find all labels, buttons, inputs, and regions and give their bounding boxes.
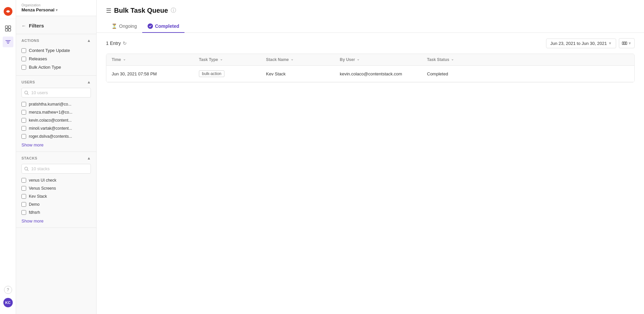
svg-rect-4	[8, 29, 11, 31]
columns-button[interactable]: ▼	[619, 38, 635, 48]
org-dropdown-icon[interactable]: ▾	[56, 8, 58, 12]
releases-row: Releases	[21, 55, 91, 63]
svg-line-11	[28, 170, 29, 171]
td-time-value: Jun 30, 2021 07:58 PM	[112, 71, 157, 76]
actions-section-toggle[interactable]: ▲	[87, 38, 91, 43]
th-by-user-sort-icon	[356, 58, 360, 62]
users-search-icon	[24, 90, 29, 95]
svg-rect-13	[624, 42, 625, 45]
task-type-badge: bulk-action	[199, 70, 224, 77]
tab-completed[interactable]: Completed	[142, 20, 184, 33]
grid-nav-icon[interactable]	[3, 23, 13, 34]
th-task-status[interactable]: Task Status	[422, 54, 482, 65]
td-task-type: bulk-action	[194, 66, 261, 82]
stack4-label: Demo	[29, 202, 40, 207]
content-type-update-checkbox[interactable]	[21, 48, 26, 53]
stack3-row: Kev Stack	[21, 192, 91, 200]
users-show-more[interactable]: Show more	[21, 142, 44, 147]
stack3-label: Kev Stack	[29, 194, 47, 199]
svg-rect-1	[5, 26, 8, 28]
date-range-button[interactable]: Jun 23, 2021 to Jun 30, 2021 ▼	[546, 39, 616, 48]
stacks-search-input[interactable]	[21, 164, 91, 174]
user5-label: roger.dsilva@contents...	[29, 134, 72, 139]
stack1-checkbox[interactable]	[21, 178, 26, 183]
page-title: Bulk Task Queue	[114, 7, 168, 14]
stack2-checkbox[interactable]	[21, 186, 26, 191]
svg-rect-12	[622, 42, 624, 45]
users-section-toggle[interactable]: ▲	[87, 80, 91, 84]
tab-completed-label: Completed	[155, 23, 179, 29]
stacks-show-more[interactable]: Show more	[21, 218, 44, 224]
user-avatar[interactable]: KC	[3, 298, 13, 307]
user1-row: pratishtha.kumari@co...	[21, 100, 91, 108]
svg-rect-3	[5, 29, 8, 31]
sidebar-title: Filters	[29, 23, 44, 28]
user1-label: pratishtha.kumari@co...	[29, 102, 71, 107]
stack5-label: fdhsrh	[29, 210, 40, 215]
org-label: Organization	[21, 3, 91, 7]
user2-checkbox[interactable]	[21, 110, 26, 115]
date-range-chevron-icon: ▼	[608, 41, 612, 45]
th-task-type-label: Task Type	[199, 57, 218, 62]
stack4-checkbox[interactable]	[21, 202, 26, 207]
refresh-icon[interactable]: ↻	[123, 41, 127, 46]
tab-ongoing[interactable]: ⏳ Ongoing	[106, 20, 142, 33]
th-by-user-label: By User	[340, 57, 355, 62]
th-task-status-label: Task Status	[427, 57, 449, 62]
th-stack-name[interactable]: Stack Name	[261, 54, 334, 65]
user3-checkbox[interactable]	[21, 118, 26, 123]
svg-rect-2	[8, 26, 11, 28]
hamburger-icon[interactable]: ☰	[106, 7, 111, 14]
stack2-label: Venus Screens	[29, 186, 56, 191]
users-search-input[interactable]	[21, 88, 91, 98]
stack1-label: venus UI check	[29, 178, 56, 183]
th-stack-name-sort-icon	[290, 58, 294, 62]
user5-row: roger.dsilva@contents...	[21, 132, 91, 140]
user1-checkbox[interactable]	[21, 102, 26, 107]
date-range-text: Jun 23, 2021 to Jun 30, 2021	[550, 41, 607, 46]
releases-checkbox[interactable]	[21, 57, 26, 61]
entry-count-label: 1 Entry	[106, 41, 121, 46]
th-task-status-sort-icon	[450, 58, 454, 62]
stack1-row: venus UI check	[21, 176, 91, 184]
user5-checkbox[interactable]	[21, 134, 26, 139]
svg-line-9	[28, 93, 29, 95]
stack2-row: Venus Screens	[21, 184, 91, 192]
th-stack-name-label: Stack Name	[266, 57, 289, 62]
user3-label: kevin.colaco@content...	[29, 118, 72, 123]
td-stack-name: Kev Stack	[261, 66, 334, 82]
bulk-action-type-label: Bulk Action Type	[29, 65, 61, 70]
user4-checkbox[interactable]	[21, 126, 26, 131]
stack4-row: Demo	[21, 200, 91, 208]
help-circle-icon[interactable]: ?	[4, 286, 12, 294]
th-by-user[interactable]: By User	[334, 54, 422, 65]
th-time[interactable]: Time	[106, 54, 194, 65]
page-help-icon[interactable]: ⓘ	[171, 7, 176, 14]
users-section-title: USERS	[21, 80, 35, 84]
stacks-section-title: STACKS	[21, 156, 37, 160]
tab-ongoing-label: Ongoing	[119, 23, 137, 29]
bulk-action-type-row: Bulk Action Type	[21, 63, 91, 71]
filter-nav-icon[interactable]	[3, 37, 13, 47]
columns-chevron-icon: ▼	[628, 41, 632, 45]
app-logo[interactable]	[3, 7, 13, 16]
stacks-section-toggle[interactable]: ▲	[87, 156, 91, 161]
org-name: Menza Personal	[21, 7, 54, 12]
content-type-update-row: Content Type Update	[21, 46, 91, 55]
user2-label: menza.mathew+1@co...	[29, 110, 72, 115]
stack5-checkbox[interactable]	[21, 210, 26, 215]
stack5-row: fdhsrh	[21, 208, 91, 216]
th-task-type[interactable]: Task Type	[194, 54, 261, 65]
td-task-status: Completed	[422, 66, 482, 82]
back-arrow-icon[interactable]: ←	[21, 23, 26, 28]
td-by-user-value: kevin.colaco@contentstack.com	[340, 71, 402, 76]
stack3-checkbox[interactable]	[21, 194, 26, 199]
th-time-label: Time	[112, 57, 121, 62]
stacks-search-icon	[24, 167, 29, 171]
user2-row: menza.mathew+1@co...	[21, 108, 91, 116]
user4-row: minoli.vartak@content...	[21, 124, 91, 132]
columns-icon	[622, 41, 627, 46]
table-row: Jun 30, 2021 07:58 PM bulk-action Kev St…	[106, 66, 634, 82]
releases-label: Releases	[29, 56, 47, 61]
bulk-action-type-checkbox[interactable]	[21, 65, 26, 70]
